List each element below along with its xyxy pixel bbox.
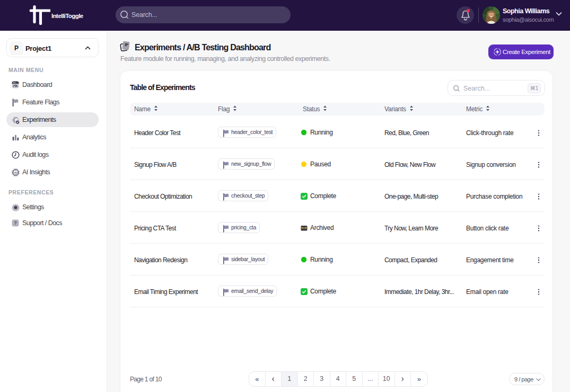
- svg-text:AI: AI: [14, 171, 17, 174]
- svg-text:?: ?: [14, 220, 16, 226]
